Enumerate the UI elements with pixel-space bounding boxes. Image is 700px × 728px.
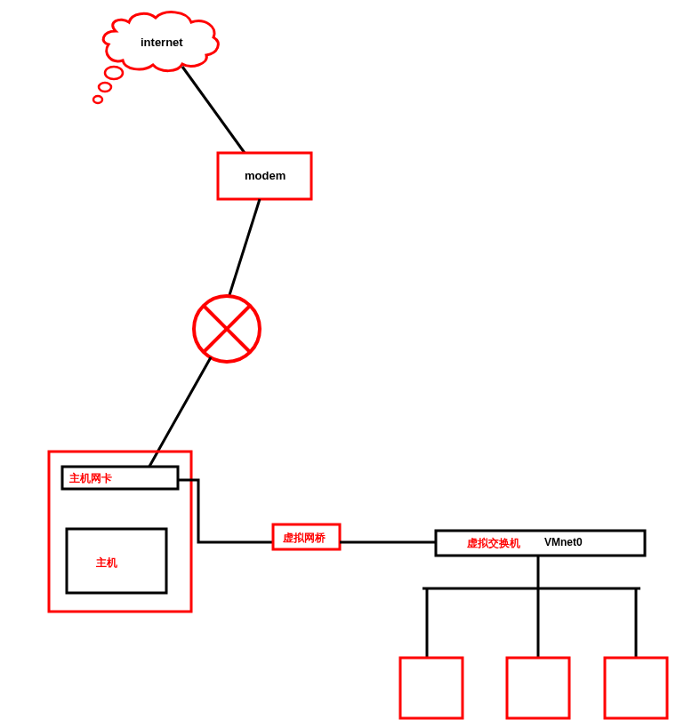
link-internet-modem: [182, 67, 245, 153]
svg-point-2: [93, 96, 102, 103]
modem-label: modem: [245, 169, 286, 182]
host-label: 主机: [96, 556, 117, 571]
crossed-circle-icon: [194, 296, 260, 362]
vm-box-1: [400, 658, 463, 718]
virtual-bridge-label: 虚拟网桥: [283, 531, 326, 546]
vm-box-2: [507, 658, 569, 718]
svg-point-1: [99, 83, 111, 92]
svg-point-0: [105, 67, 123, 79]
link-circle-nic: [147, 357, 211, 471]
virtual-switch-name: VMnet0: [544, 536, 583, 548]
virtual-switch-label: 虚拟交换机: [467, 536, 520, 551]
host-nic-label: 主机网卡: [69, 471, 112, 486]
network-diagram: [0, 0, 700, 728]
internet-label: internet: [141, 36, 183, 49]
link-modem-circle: [229, 199, 260, 298]
vm-box-3: [605, 658, 667, 718]
